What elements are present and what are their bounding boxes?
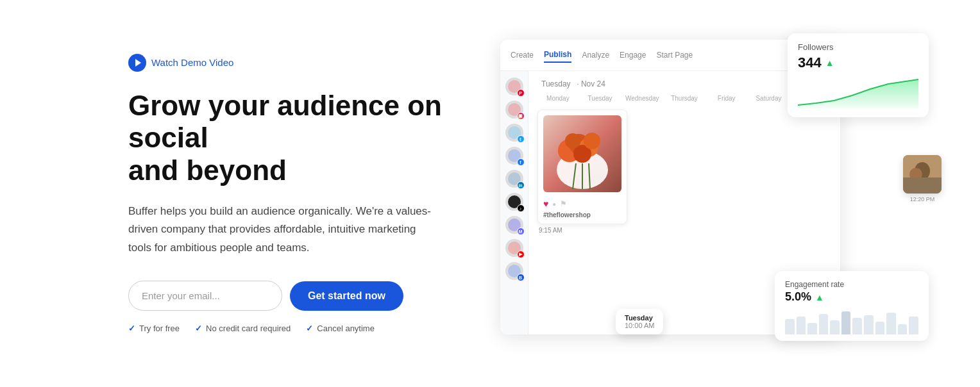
- trust-label-cancel: Cancel anytime: [317, 324, 375, 333]
- followers-number: 344: [798, 54, 822, 71]
- eng-bar-4: [819, 314, 829, 334]
- social-buffer[interactable]: B: [505, 262, 523, 280]
- youtube-badge: ▶: [517, 251, 525, 258]
- trust-item-no-card: ✓ No credit card required: [195, 324, 291, 333]
- social-mastodon[interactable]: M: [505, 216, 523, 234]
- trust-item-cancel: ✓ Cancel anytime: [306, 324, 375, 333]
- pinterest-badge: P: [517, 89, 525, 97]
- followers-title: Followers: [798, 42, 918, 52]
- engagement-chart: [785, 309, 918, 334]
- dot-icon: ●: [552, 201, 556, 208]
- cta-row: Get started now: [128, 281, 462, 311]
- eng-bar-12: [909, 317, 918, 334]
- trust-item-free: ✓ Try for free: [128, 324, 180, 333]
- eng-bar-2: [797, 317, 806, 334]
- svg-rect-14: [903, 177, 942, 194]
- followers-chart: [798, 76, 918, 108]
- left-section: Watch Demo Video Grow your audience on s…: [128, 54, 462, 333]
- engagement-card: Engagement rate 5.0% ▲: [775, 271, 929, 341]
- engagement-rate-value: 5.0% ▲: [785, 290, 918, 304]
- week-day-tue: Tuesday: [580, 95, 621, 102]
- get-started-button[interactable]: Get started now: [290, 281, 403, 311]
- date-value: · Nov 24: [577, 79, 605, 88]
- watch-demo-link[interactable]: Watch Demo Video: [128, 54, 462, 72]
- schedule-day: Tuesday: [625, 314, 654, 322]
- dash-sidebar: P ▣ t f in: [500, 71, 528, 334]
- description: Buffer helps you build an audience organ…: [128, 202, 436, 258]
- schedule-time: 10:00 AM: [625, 322, 654, 329]
- nav-engage[interactable]: Engage: [620, 48, 646, 62]
- post-image: [543, 115, 621, 192]
- nav-analyze[interactable]: Analyze: [582, 48, 609, 62]
- tiktok-badge: ♪: [517, 204, 525, 212]
- watch-demo-label: Watch Demo Video: [151, 57, 233, 68]
- check-icon-3: ✓: [306, 324, 313, 333]
- followers-count: 344 ▲: [798, 54, 918, 71]
- eng-bar-5: [830, 320, 840, 334]
- twitter-badge: t: [517, 135, 525, 143]
- facebook-badge: f: [517, 158, 525, 166]
- post-caption: #theflowershop: [543, 211, 621, 218]
- right-section: Create Publish Analyze Engage Start Page: [500, 27, 929, 360]
- small-photo-card: [903, 155, 942, 194]
- followers-card: Followers 344 ▲: [788, 33, 929, 117]
- engagement-title: Engagement rate: [785, 280, 918, 289]
- eng-bar-8: [864, 315, 874, 334]
- social-tiktok[interactable]: ♪: [505, 193, 523, 211]
- week-day-thu: Thursday: [664, 95, 705, 102]
- trust-row: ✓ Try for free ✓ No credit card required…: [128, 324, 462, 333]
- eng-bar-11: [898, 324, 908, 334]
- engagement-number: 5.0%: [785, 290, 811, 304]
- week-day-sat: Saturday: [748, 95, 790, 102]
- week-day-fri: Friday: [706, 95, 747, 102]
- eng-bar-10: [886, 313, 896, 334]
- social-youtube[interactable]: ▶: [505, 239, 523, 257]
- play-icon: [128, 54, 146, 72]
- schedule-bubble: Tuesday 10:00 AM: [616, 309, 663, 334]
- week-day-wed: Wednesday: [621, 95, 663, 102]
- post-time-label: 9:15 AM: [539, 227, 831, 234]
- page-wrapper: Watch Demo Video Grow your audience on s…: [0, 0, 980, 387]
- nav-create[interactable]: Create: [511, 48, 534, 62]
- eng-bar-1: [785, 319, 795, 334]
- buffer-badge: B: [517, 274, 525, 281]
- instagram-badge: ▣: [517, 112, 525, 120]
- social-facebook[interactable]: f: [505, 147, 523, 165]
- nav-start-page[interactable]: Start Page: [656, 48, 693, 62]
- eng-bar-9: [875, 322, 885, 334]
- nav-publish[interactable]: Publish: [544, 47, 571, 63]
- social-pinterest[interactable]: P: [505, 78, 523, 95]
- svg-point-6: [584, 133, 600, 149]
- svg-point-7: [565, 133, 580, 149]
- eng-bar-6: [841, 311, 851, 334]
- flag-icon: ⚑: [560, 199, 567, 208]
- social-instagram[interactable]: ▣: [505, 101, 523, 119]
- check-icon: ✓: [128, 324, 135, 333]
- post-actions: ♥ ● ⚑: [543, 196, 621, 211]
- post-preview-card: ♥ ● ⚑ #theflowershop: [537, 110, 627, 224]
- trust-label-free: Try for free: [139, 324, 180, 333]
- social-twitter[interactable]: t: [505, 124, 523, 142]
- followers-trend: ▲: [825, 58, 834, 68]
- linkedin-badge: in: [517, 181, 525, 189]
- mastodon-badge: M: [517, 227, 525, 235]
- social-linkedin[interactable]: in: [505, 170, 523, 188]
- email-input[interactable]: [128, 281, 282, 311]
- date-label: Tuesday: [541, 79, 571, 88]
- small-photo-time: 12:20 PM: [903, 196, 942, 202]
- eng-bar-3: [807, 323, 817, 334]
- headline: Grow your audience on social and beyond: [128, 90, 462, 187]
- heart-icon: ♥: [543, 199, 548, 209]
- trust-label-no-card: No credit card required: [206, 324, 291, 333]
- eng-bar-7: [852, 318, 862, 334]
- check-icon-2: ✓: [195, 324, 202, 333]
- engagement-trend: ▲: [815, 292, 824, 302]
- week-day-mon: Monday: [537, 95, 579, 102]
